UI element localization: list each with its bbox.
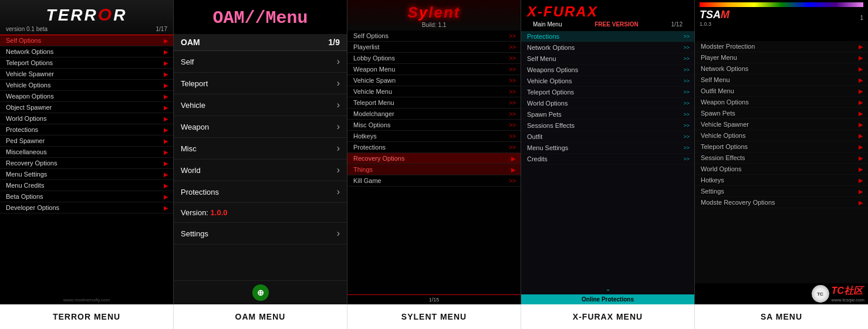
list-item[interactable]: Vehicle Spawn >> [347,75,521,86]
list-item[interactable]: Lobby Options >> [347,53,521,64]
list-item[interactable]: Player Menu ▶ [695,52,868,63]
list-item[interactable]: Vehicle Options ▶ [695,130,868,141]
sa-footer: TC TC社区 www.tcsqw.com [695,283,868,304]
arrow-icon: >> [683,45,690,50]
oam-page: 1/9 [329,38,340,47]
list-item[interactable]: Misc Options >> [347,120,521,131]
list-item[interactable]: Hotkeys >> [347,131,521,142]
list-item[interactable]: World Options ▶ [695,164,868,175]
list-item[interactable]: Ped Spawner ▶ [0,135,173,147]
list-item[interactable]: Teleport Menu >> [347,97,521,108]
list-item[interactable]: Sessions Effects >> [521,120,694,131]
menu-item-label: Miscellaneous [6,148,47,155]
arrow-icon: ▶ [859,99,863,106]
sylent-header: Sylent Build: 1.1 [347,0,521,30]
arrow-icon: >> [683,145,690,151]
list-item[interactable]: Object Spawner ▶ [0,102,173,113]
list-item[interactable]: Self Options >> [347,30,521,42]
oam-submenu-label: OAM [181,38,200,47]
list-item[interactable]: Credits >> [521,154,694,165]
sylent-label: SYLENT MENU [347,304,521,329]
list-item[interactable]: Self Menu >> [521,53,694,65]
list-item[interactable]: Self Options ▶ [0,35,173,46]
list-item[interactable]: World Options >> [521,98,694,109]
arrow-icon: ▶ [859,121,863,128]
arrow-icon: ▶ [859,144,863,150]
list-item[interactable]: Recovery Options ▶ [0,158,173,169]
list-item[interactable]: Network Options ▶ [695,63,868,74]
xfurax-header: X-FURAX Main Menu FREE VERSION 1/12 [521,0,694,31]
list-item[interactable]: Recovery Options ▶ [347,153,521,164]
list-item[interactable]: Protections >> [521,31,694,42]
arrow-icon: ▶ [164,138,168,144]
list-item[interactable]: Teleport Options ▶ [0,57,173,69]
list-item[interactable]: Vehicle › [174,94,347,116]
list-item[interactable]: Spawn Pets ▶ [695,108,868,119]
list-item[interactable]: Weapon Options ▶ [695,97,868,108]
sa-menu: Modster Protection ▶ Player Menu ▶ Netwo… [695,41,868,283]
list-item[interactable]: Self Menu ▶ [695,74,868,86]
menu-item-label: Hotkeys [353,133,377,140]
list-item[interactable]: Beta Options ▶ [0,191,173,202]
list-item[interactable]: Vehicle Options ▶ [0,80,173,91]
list-item[interactable]: Playerlist >> [347,42,521,53]
list-item[interactable]: Developer Options ▶ [0,202,173,213]
list-item[interactable]: Modster Protection ▶ [695,41,868,52]
list-item[interactable]: Teleport Options ▶ [695,141,868,152]
arrow-icon: ▶ [859,43,863,50]
list-item[interactable]: Outfit Menu ▶ [695,86,868,97]
list-item[interactable]: Weapon › [174,116,347,138]
list-item[interactable]: Kill Game >> [347,175,521,186]
list-item[interactable]: Miscellaneous ▶ [0,147,173,158]
list-item[interactable]: Weapons Options >> [521,65,694,76]
list-item[interactable]: Vehicle Spawner ▶ [695,119,868,130]
arrow-icon: ▶ [859,177,863,184]
menu-item-label: Things [353,166,373,173]
menu-item-label: Teleport Options [527,89,574,96]
list-item[interactable]: Session Effects ▶ [695,152,868,164]
menu-item-label: Teleport Options [6,59,53,66]
list-item[interactable]: Misc › [174,138,347,160]
menu-item-label: Self [181,57,194,66]
arrow-icon: >> [509,144,516,151]
list-item[interactable]: Menu Settings >> [521,143,694,154]
list-item[interactable]: Protections ▶ [0,124,173,135]
sa-rainbow-bar [700,2,863,7]
menu-item-label: World Options [527,100,568,107]
list-item[interactable]: World Options ▶ [0,113,173,124]
list-item[interactable]: Vehicle Menu >> [347,86,521,97]
list-item[interactable]: Modste Recovery Options ▶ [695,197,868,208]
xfurax-bottom-bar[interactable]: Online Protections [521,294,694,304]
list-item[interactable]: Hotkeys ▶ [695,175,868,186]
xfurax-nav: Main Menu FREE VERSION 1/12 [527,20,688,29]
list-item[interactable]: Menu Credits ▶ [0,180,173,191]
list-item[interactable]: Self › [174,51,347,73]
list-item[interactable]: Settings › [174,223,347,245]
list-item[interactable]: Outfit >> [521,131,694,143]
list-item[interactable]: Settings ▶ [695,186,868,197]
list-item[interactable]: Teleport › [174,73,347,94]
list-item[interactable]: World › [174,160,347,181]
arrow-icon: ▶ [511,167,516,173]
list-item[interactable]: Menu Settings ▶ [0,169,173,180]
menu-item-label: Player Menu [701,54,737,61]
menu-item-label: Weapon Menu [353,66,395,73]
list-item[interactable]: Things ▶ [347,164,521,175]
arrow-icon: ▶ [164,171,168,178]
list-item[interactable]: Weapon Options ▶ [0,91,173,102]
list-item[interactable]: Spawn Pets >> [521,109,694,120]
list-item[interactable]: Protections >> [347,142,521,153]
arrow-icon: >> [509,89,516,95]
list-item[interactable]: Network Options >> [521,42,694,53]
list-item[interactable]: Protections › [174,181,347,203]
list-item[interactable]: Vehicle Options >> [521,76,694,87]
panels-container: TERROR version 0.1 beta 1/17 Self Option… [0,0,868,304]
arrow-icon: ▶ [859,155,863,161]
list-item[interactable]: Vehicle Spawner ▶ [0,69,173,80]
list-item[interactable]: Network Options ▶ [0,46,173,57]
xfurax-label: X-FURAX MENU [521,304,695,329]
menu-item-label: Teleport [181,79,208,88]
list-item[interactable]: Weapon Menu >> [347,64,521,75]
list-item[interactable]: Modelchanger >> [347,108,521,120]
list-item[interactable]: Teleport Options >> [521,87,694,98]
